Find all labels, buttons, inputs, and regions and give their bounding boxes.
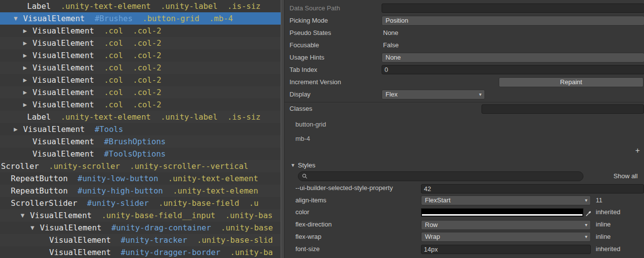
- flex-wrap-dropdown[interactable]: Wrap▾: [421, 232, 591, 242]
- tree-row[interactable]: ▶VisualElement.col.col-2: [0, 98, 281, 111]
- classes-label: Classes: [290, 102, 312, 115]
- expand-arrow-icon[interactable]: ▶: [23, 25, 27, 37]
- show-all-toggle[interactable]: Show all: [613, 171, 638, 181]
- expand-arrow-icon[interactable]: ▶: [23, 86, 27, 98]
- element-name: #unity-low-button: [78, 174, 159, 183]
- element-class: .unity-text-elemen: [173, 186, 258, 195]
- tree-row[interactable]: Scroller.unity-scroller.unity-scroller--…: [0, 160, 281, 172]
- --ui-builder-selected-style-property-field[interactable]: [421, 184, 644, 194]
- tree-row[interactable]: ▼VisualElement#unity-drag-container.unit…: [0, 222, 281, 234]
- inspector-panel: Data Source PathPicking ModePositionPseu…: [285, 0, 644, 258]
- tree-row[interactable]: VisualElement#BrushOptions: [0, 135, 281, 148]
- tree-row[interactable]: ▼VisualElement#Brushes.button-grid.mb-4: [0, 12, 281, 25]
- tree-row[interactable]: ▶VisualElement.col.col-2: [0, 62, 281, 74]
- tree-row-text: VisualElement#unity-dragger-border.unity…: [49, 246, 273, 258]
- element-class: .is-siz: [227, 112, 260, 122]
- element-type: VisualElement: [49, 235, 111, 245]
- add-class-button[interactable]: +: [633, 146, 642, 156]
- tree-row[interactable]: ▶VisualElement.col.col-2: [0, 74, 281, 86]
- element-class: .unity-scroller--vertical: [130, 161, 249, 171]
- tree-row[interactable]: ▶VisualElement.col.col-2: [0, 25, 281, 37]
- element-type: VisualElement: [32, 38, 94, 48]
- expand-arrow-icon[interactable]: ▶: [23, 62, 27, 74]
- style-origin-tag: inherited: [596, 206, 620, 219]
- element-class: .col-2: [133, 75, 161, 85]
- tree-row[interactable]: VisualElement#unity-dragger-border.unity…: [0, 246, 281, 258]
- hierarchy-panel: Label.unity-text-element.unity-label.is-…: [0, 0, 281, 258]
- usage-hints-enum-field[interactable]: None: [382, 53, 644, 63]
- pseudo-states-value: None: [383, 27, 398, 39]
- align-items-dropdown[interactable]: FlexStart▾: [421, 195, 591, 205]
- element-class: .is-siz: [227, 1, 260, 11]
- eyedropper-icon[interactable]: [585, 209, 592, 216]
- tree-row-text: Label.unity-text-element.unity-label.is-…: [27, 111, 260, 123]
- element-class: .unity-text-element: [61, 1, 151, 11]
- tree-row[interactable]: ScrollerSlider#unity-slider.unity-base-f…: [0, 197, 281, 209]
- expand-arrow-icon[interactable]: ▶: [23, 49, 27, 62]
- picking-mode-enum-field[interactable]: Position: [382, 16, 644, 26]
- element-class: .unity-bas: [225, 211, 272, 220]
- property-row: Tab Index: [285, 64, 644, 76]
- element-type: VisualElement: [23, 14, 85, 23]
- ui-toolkit-debugger: Label.unity-text-element.unity-label.is-…: [0, 0, 644, 258]
- tree-row[interactable]: VisualElement#ToolsOptions: [0, 148, 281, 160]
- tree-row[interactable]: ▼VisualElement.unity-base-field__input.u…: [0, 209, 281, 222]
- style-row: flex-wrapWrap▾inline: [285, 231, 644, 243]
- expand-arrow-icon[interactable]: ▶: [23, 98, 27, 111]
- class-list-item[interactable]: button-grid: [295, 118, 326, 130]
- tree-row[interactable]: ▶VisualElement.col.col-2: [0, 86, 281, 98]
- tree-row[interactable]: ▶VisualElement.col.col-2: [0, 37, 281, 49]
- data-source-path-field[interactable]: [382, 3, 644, 13]
- element-class: .unity-base-field: [159, 198, 239, 208]
- expand-arrow-icon[interactable]: ▶: [23, 74, 27, 86]
- color-swatch[interactable]: [421, 208, 583, 217]
- element-type: Label: [27, 1, 51, 11]
- focusable-value: False: [383, 39, 399, 51]
- style-origin-tag: inherited: [596, 243, 620, 256]
- element-class: .col-2: [133, 51, 161, 60]
- tree-row-text: VisualElement.col.col-2: [32, 62, 161, 74]
- styles-search-input[interactable]: [310, 172, 580, 182]
- tree-row[interactable]: Label.unity-text-element.unity-label.is-…: [0, 111, 281, 123]
- collapse-arrow-icon[interactable]: ▼: [31, 222, 34, 234]
- tree-row[interactable]: RepeatButton#unity-high-button.unity-tex…: [0, 185, 281, 197]
- style-row: align-itemsFlexStart▾11: [285, 194, 644, 207]
- collapse-arrow-icon[interactable]: ▼: [21, 209, 25, 222]
- element-type: ScrollerSlider: [11, 198, 77, 208]
- property-label: Pseudo States: [290, 27, 331, 39]
- tree-row-text: RepeatButton#unity-low-button.unity-text…: [11, 172, 258, 185]
- tree-row-text: VisualElement#Tools: [23, 123, 123, 135]
- tree-row[interactable]: ▶VisualElement#Tools: [0, 123, 281, 135]
- element-class: .unity-base-field__input: [101, 211, 215, 220]
- tree-row[interactable]: Label.unity-text-element.unity-label.is-…: [0, 0, 281, 12]
- element-class: .col-2: [133, 88, 161, 97]
- tree-row-text: VisualElement.col.col-2: [32, 25, 161, 37]
- repaint-button[interactable]: Repaint: [499, 77, 644, 87]
- element-class: .unity-ba: [230, 248, 273, 257]
- foldout-arrow-icon[interactable]: ▼: [290, 160, 295, 170]
- add-class-input[interactable]: [482, 104, 644, 114]
- font-size-field[interactable]: [421, 245, 591, 254]
- element-type: VisualElement: [32, 63, 94, 72]
- tree-row[interactable]: ▶VisualElement.col.col-2: [0, 49, 281, 62]
- styles-search-box[interactable]: [298, 171, 583, 181]
- tree-row-text: VisualElement#BrushOptions: [32, 135, 165, 148]
- element-type: VisualElement: [32, 26, 94, 35]
- tree-row[interactable]: RepeatButton#unity-low-button.unity-text…: [0, 172, 281, 185]
- tree-row[interactable]: VisualElement#unity-tracker.unity-base-s…: [0, 234, 281, 246]
- panel-splitter[interactable]: [281, 0, 285, 258]
- expand-arrow-icon[interactable]: ▶: [14, 123, 18, 135]
- expand-arrow-icon[interactable]: ▶: [23, 37, 27, 49]
- element-name: #unity-tracker: [121, 235, 187, 245]
- property-label: Display: [290, 88, 311, 100]
- styles-foldout[interactable]: ▼ Styles: [285, 160, 644, 170]
- flex-direction-dropdown[interactable]: Row▾: [421, 220, 591, 230]
- element-class: .u: [249, 198, 258, 208]
- dropdown-arrow-icon: ▾: [585, 221, 587, 229]
- display-dropdown[interactable]: Flex▾: [382, 90, 485, 99]
- tree-row-text: VisualElement.col.col-2: [32, 49, 161, 62]
- element-type: Label: [27, 112, 51, 122]
- class-list-item[interactable]: mb-4: [295, 132, 310, 145]
- tab-index-field[interactable]: [382, 65, 644, 74]
- collapse-arrow-icon[interactable]: ▼: [14, 12, 18, 25]
